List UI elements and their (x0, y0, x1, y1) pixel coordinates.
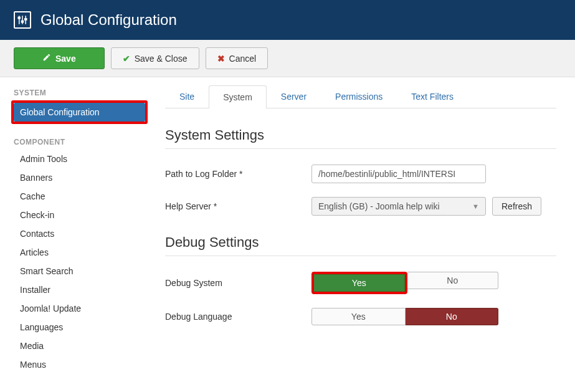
form-row-debug-language: Debug Language Yes No (165, 308, 556, 325)
form-row-help-server: Help Server * English (GB) - Joomla help… (165, 197, 556, 216)
sidebar: SYSTEM Global Configuration COMPONENT Ad… (0, 77, 159, 374)
form-row-debug-system: Debug System Yes No (165, 272, 556, 294)
svg-rect-3 (18, 17, 20, 19)
tab-site[interactable]: Site (165, 85, 209, 108)
sidebar-item-media[interactable]: Media (14, 337, 145, 355)
svg-rect-5 (25, 19, 27, 20)
main-container: SYSTEM Global Configuration COMPONENT Ad… (0, 77, 575, 374)
refresh-button[interactable]: Refresh (492, 197, 541, 216)
toolbar: Save ✔ Save & Close ✖ Cancel (0, 40, 575, 77)
debug-system-yes[interactable]: Yes (314, 274, 405, 292)
debug-language-radio: Yes No (311, 308, 498, 325)
sidebar-item-installer[interactable]: Installer (14, 280, 145, 299)
equalizer-icon (14, 11, 31, 29)
control-help-server: English (GB) - Joomla help wiki ▼ Refres… (311, 197, 541, 216)
sidebar-item-contacts[interactable]: Contacts (14, 224, 145, 243)
divider (165, 148, 556, 149)
cancel-label: Cancel (229, 54, 257, 64)
save-label: Save (55, 54, 76, 64)
form-row-path-log: Path to Log Folder * (165, 165, 556, 183)
path-log-input[interactable] (311, 165, 486, 183)
debug-language-yes[interactable]: Yes (311, 308, 406, 325)
sidebar-section-component: COMPONENT Admin Tools Banners Cache Chec… (14, 138, 145, 374)
sidebar-item-banners[interactable]: Banners (14, 168, 145, 187)
control-path-log (311, 165, 486, 183)
label-path-log: Path to Log Folder * (165, 169, 311, 179)
tab-text-filters[interactable]: Text Filters (397, 85, 468, 108)
label-help-server: Help Server * (165, 201, 311, 211)
section-title-system: System Settings (165, 127, 556, 143)
sidebar-heading-system: SYSTEM (14, 88, 145, 97)
label-debug-system: Debug System (165, 278, 311, 288)
sidebar-item-menus[interactable]: Menus (14, 355, 145, 374)
help-server-value: English (GB) - Joomla help wiki (318, 201, 440, 211)
debug-system-no[interactable]: No (407, 272, 499, 289)
sidebar-heading-component: COMPONENT (14, 138, 145, 146)
svg-rect-4 (22, 21, 24, 22)
sidebar-item-articles[interactable]: Articles (14, 243, 145, 262)
section-title-debug: Debug Settings (165, 234, 556, 251)
control-debug-language: Yes No (311, 308, 498, 325)
tab-system[interactable]: System (209, 85, 267, 108)
sidebar-item-checkin[interactable]: Check-in (14, 206, 145, 224)
edit-icon (42, 53, 51, 64)
page-header: Global Configuration (0, 0, 575, 40)
label-debug-language: Debug Language (165, 312, 311, 322)
content-area: Site System Server Permissions Text Filt… (159, 77, 575, 374)
save-button[interactable]: Save (14, 47, 105, 69)
control-debug-system: Yes No (311, 272, 498, 294)
debug-language-no[interactable]: No (406, 308, 499, 325)
help-server-select[interactable]: English (GB) - Joomla help wiki ▼ (311, 197, 486, 216)
sidebar-item-joomla-update[interactable]: Joomla! Update (14, 299, 145, 318)
page-title: Global Configuration (40, 11, 177, 29)
chevron-down-icon: ▼ (472, 203, 479, 210)
tabs: Site System Server Permissions Text Filt… (165, 85, 556, 108)
tab-permissions[interactable]: Permissions (321, 85, 397, 108)
debug-system-radio: Yes No (311, 272, 498, 294)
check-icon: ✔ (123, 54, 130, 64)
debug-system-highlight: Yes (311, 272, 407, 294)
cancel-button[interactable]: ✖ Cancel (206, 47, 268, 69)
sidebar-highlight: Global Configuration (11, 100, 148, 124)
sidebar-item-languages[interactable]: Languages (14, 318, 145, 337)
save-close-label: Save & Close (135, 54, 188, 64)
sidebar-item-smart-search[interactable]: Smart Search (14, 262, 145, 280)
sidebar-item-admin-tools[interactable]: Admin Tools (14, 150, 145, 168)
sidebar-item-cache[interactable]: Cache (14, 187, 145, 206)
tab-server[interactable]: Server (267, 85, 321, 108)
sidebar-item-global-config[interactable]: Global Configuration (14, 103, 145, 122)
divider (165, 256, 556, 256)
cancel-icon: ✖ (217, 54, 225, 64)
save-close-button[interactable]: ✔ Save & Close (111, 47, 199, 69)
